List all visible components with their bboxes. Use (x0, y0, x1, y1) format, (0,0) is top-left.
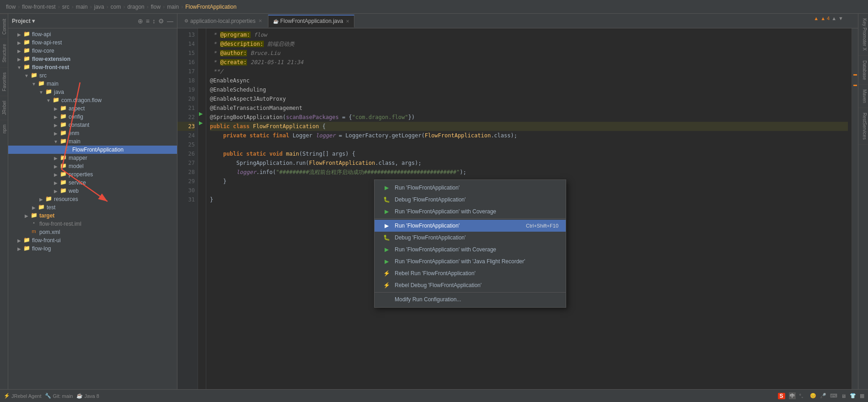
tab-close-button[interactable]: ✕ (346, 19, 349, 24)
tab-FlowFrontApplication[interactable]: ☕ FlowFrontApplication.java ✕ (268, 15, 354, 27)
editor-tabs: ⚙ application-local.properties ✕ ☕ FlowF… (177, 14, 858, 28)
sogou-icon[interactable]: S (778, 393, 785, 399)
menu-item-debug2[interactable]: 🐛 Debug 'FlowFrontApplication' (375, 232, 566, 244)
tree-label: flow-log (32, 245, 51, 252)
breadcrumb-dragon[interactable]: dragon (127, 4, 144, 10)
jrebel-label[interactable]: JRebel (0, 96, 8, 120)
menu-label: Debug 'FlowFrontApplication' (395, 196, 466, 203)
breadcrumb-main2[interactable]: main (167, 4, 179, 10)
menu-item-rebel-run[interactable]: ⚡ Rebel Run 'FlowFrontApplication' (375, 267, 566, 279)
git-icon: 🔧 (45, 393, 51, 399)
structure-label[interactable]: Structure (0, 39, 8, 67)
editor-scrollbar[interactable] (852, 28, 858, 389)
breadcrumb-front-rest[interactable]: flow-front-rest (22, 4, 55, 10)
key-promoter-label[interactable]: Key Promoter X (858, 14, 868, 56)
breadcrumb-main[interactable]: main (76, 4, 88, 10)
tree-settings-icon[interactable]: ⚙ (158, 17, 164, 25)
folder-icon: 📁 (23, 64, 30, 71)
favorites-label[interactable]: Favorites (0, 67, 8, 96)
maven-label[interactable]: Maven (858, 85, 868, 108)
tree-label: web (69, 188, 79, 194)
tree-item-java[interactable]: ▼ 📁 java (8, 88, 177, 96)
resources-icon: 📁 (45, 196, 52, 203)
menu-item-run-flight[interactable]: ▶ Run 'FlowFrontApplication' with 'Java … (375, 255, 566, 267)
npm-label[interactable]: npm (0, 120, 8, 138)
tree-item-properties[interactable]: ▶ 📁 properties (8, 170, 177, 179)
tree-label: flow-extension (32, 56, 70, 62)
commit-label[interactable]: Commit (0, 14, 8, 39)
tree-item-service[interactable]: ▶ 📁 service (8, 179, 177, 187)
tree-item-test[interactable]: ▶ 📁 test (8, 203, 177, 212)
tree-item-flow-extension[interactable]: ▶ 📁 flow-extension (8, 55, 177, 63)
tree-item-flow-core[interactable]: ▶ 📁 flow-core (8, 47, 177, 55)
menu-item-run1[interactable]: ▶ Run 'FlowFrontApplication' (375, 182, 566, 194)
tree-item-pom[interactable]: m pom.xml (8, 228, 177, 236)
folder-icon: 📁 (23, 237, 30, 244)
breadcrumb-flow2[interactable]: flow (151, 4, 161, 10)
tree-label: src (39, 72, 47, 79)
menu-item-debug1[interactable]: 🐛 Debug 'FlowFrontApplication' (375, 194, 566, 206)
tree-item-src[interactable]: ▼ 📁 src (8, 71, 177, 80)
warning-down-icon[interactable]: ▼ (838, 16, 843, 21)
tree-item-enm[interactable]: ▶ 📁 enm (8, 129, 177, 137)
tree-collapse-icon[interactable]: ≡ (146, 17, 150, 25)
run-gutter-icon-23[interactable]: ▶ (199, 120, 203, 126)
tree-item-com-dragon-flow[interactable]: ▼ 📁 com.dragon.flow (8, 96, 177, 104)
tree-item-constant[interactable]: ▶ 📁 constant (8, 121, 177, 129)
tree-locate-icon[interactable]: ⊕ (138, 17, 143, 25)
run-gutter-icon-22[interactable]: ▶ (199, 111, 203, 117)
editor-area: ⚙ application-local.properties ✕ ☕ FlowF… (177, 14, 858, 389)
code-line-21: @EnableTransactionManagement (210, 103, 848, 113)
git-status[interactable]: 🔧 Git: main (45, 393, 73, 399)
menu-label: Run 'FlowFrontApplication' (395, 223, 460, 229)
folder-icon: 📁 (38, 204, 45, 211)
breadcrumb-flow[interactable]: flow (6, 4, 16, 10)
context-menu: ▶ Run 'FlowFrontApplication' 🐛 Debug 'Fl… (374, 179, 566, 308)
tree-item-main2[interactable]: ▼ 📁 main (8, 137, 177, 146)
folder-icon: 📁 (23, 39, 30, 46)
menu-item-rebel-debug[interactable]: ⚡ Rebel Debug 'FlowFrontApplication' (375, 279, 566, 291)
tree-item-mapper[interactable]: ▶ 📁 mapper (8, 154, 177, 162)
breadcrumb-com[interactable]: com (111, 4, 121, 10)
left-panel: Commit Structure Favorites JRebel npm (0, 14, 8, 389)
punctuation-icon: °。 (799, 392, 806, 399)
menu-item-run-coverage[interactable]: ▶ Run 'FlowFrontApplication' with Covera… (375, 206, 566, 217)
java-status[interactable]: ☕ Java 8 (76, 393, 99, 399)
tree-sort-icon[interactable]: ↕ (152, 17, 155, 25)
tab-close-button[interactable]: ✕ (258, 18, 262, 23)
tree-item-flow-front-ui[interactable]: ▶ 📁 flow-front-ui (8, 236, 177, 244)
breadcrumb-java[interactable]: java (94, 4, 104, 10)
tree-item-flow-front-rest[interactable]: ▼ 📁 flow-front-rest (8, 63, 177, 71)
tree-item-iml[interactable]: ▪ flow-front-rest.iml (8, 220, 177, 228)
tree-item-web[interactable]: ▶ 📁 web (8, 187, 177, 195)
xml-icon: m (30, 228, 38, 236)
warning-up-icon[interactable]: ▲ (831, 16, 836, 21)
menu-item-run-coverage2[interactable]: ▶ Run 'FlowFrontApplication' with Covera… (375, 244, 566, 255)
tree-item-flow-api-rest[interactable]: ▶ 📁 flow-api-rest (8, 38, 177, 47)
chinese-icon: 中 (789, 392, 796, 399)
tree-item-resources[interactable]: ▶ 📁 resources (8, 195, 177, 203)
warning-bar: ▲ ▲ 4 ▲ ▼ (811, 14, 846, 23)
breadcrumb-class[interactable]: FlowFrontApplication (185, 4, 236, 10)
tree-label: flow-api (32, 31, 51, 38)
folder-icon: 📁 (59, 171, 67, 178)
tree-item-aspect[interactable]: ▶ 📁 aspect (8, 104, 177, 113)
tree-item-target[interactable]: ▶ 📁 target (8, 212, 177, 220)
tree-item-flow-api[interactable]: ▶ 📁 flow-api (8, 30, 177, 38)
tree-item-model[interactable]: ▶ 📁 model (8, 162, 177, 170)
folder-icon: 📁 (23, 47, 30, 54)
rest-services-label[interactable]: RestServices (858, 108, 868, 145)
tab-application-local[interactable]: ⚙ application-local.properties ✕ (179, 15, 267, 27)
menu-item-run-selected[interactable]: ▶ Run 'FlowFrontApplication' Ctrl+Shift+… (375, 220, 566, 232)
menu-shortcut: Ctrl+Shift+F10 (512, 223, 558, 228)
tree-item-flow-log[interactable]: ▶ 📁 flow-log (8, 244, 177, 253)
tree-close-icon[interactable]: — (167, 17, 173, 25)
folder-icon: 📁 (23, 31, 30, 38)
tree-item-main[interactable]: ▼ 📁 main (8, 80, 177, 88)
debug-icon: 🐛 (382, 196, 391, 203)
database-label[interactable]: Database (858, 56, 868, 85)
tree-item-FlowFrontApplication[interactable]: C FlowFrontApplication (8, 146, 177, 154)
breadcrumb-src[interactable]: src (62, 4, 70, 10)
menu-item-modify-config[interactable]: Modify Run Configuration... (375, 293, 566, 305)
tree-item-config[interactable]: ▶ 📁 config (8, 113, 177, 121)
